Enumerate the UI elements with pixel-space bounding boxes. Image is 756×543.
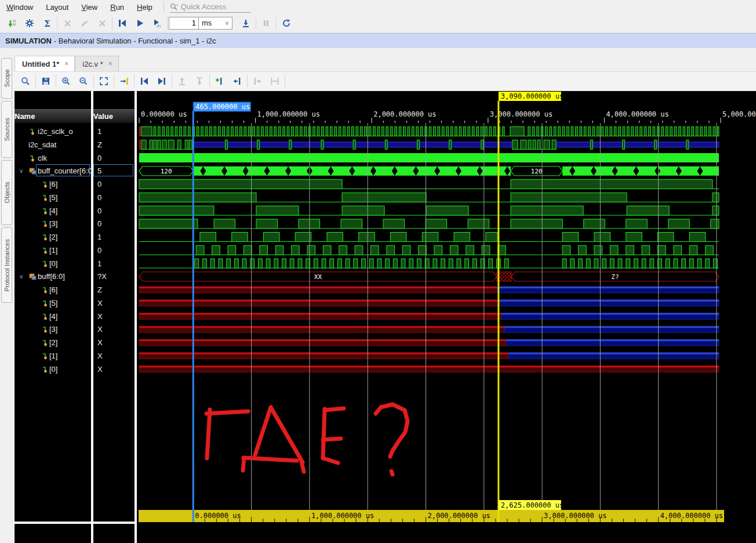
menu-layout[interactable]: Layout <box>39 1 75 13</box>
signal-name: [4] <box>49 312 57 321</box>
wave-prev-transition-button[interactable] <box>136 74 153 89</box>
svg-text:3,090.000000 us: 3,090.000000 us <box>501 92 564 100</box>
toolbar-settings-gear-button[interactable] <box>21 16 38 31</box>
signal-name: [3] <box>49 325 57 334</box>
svg-text:4,000.000000 us: 4,000.000000 us <box>606 110 668 118</box>
run-time-input[interactable] <box>169 17 199 30</box>
tab-label: Untitled 1* <box>22 60 59 68</box>
scalar-signal-icon <box>42 207 49 215</box>
chevron-down-icon[interactable]: ∨ <box>19 273 23 280</box>
sidebar-tab-objects[interactable]: Objects <box>1 160 12 225</box>
swap-up-icon <box>177 77 187 86</box>
signal-row-2[interactable]: [2] <box>14 336 91 349</box>
quick-access-search[interactable]: Quick Access <box>170 1 251 13</box>
next-marker-icon <box>253 77 262 86</box>
chevron-down-icon[interactable]: ∨ <box>19 168 23 174</box>
step-icon <box>241 19 250 28</box>
signal-row-5[interactable]: [5] <box>14 191 91 204</box>
toolbar-run-all-button[interactable] <box>131 16 148 31</box>
wave-zoom-out-button[interactable] <box>75 74 92 89</box>
signal-row-0[interactable]: [0] <box>14 363 91 376</box>
zoom-fit-icon <box>99 77 108 86</box>
signal-row-1[interactable]: [1] <box>14 349 91 363</box>
waveform-canvas[interactable]: 0.000000 us1,000.000000 us2,000.000000 u… <box>137 91 756 543</box>
signal-row-5[interactable]: [5] <box>14 296 91 310</box>
wave-zoom-in-button[interactable] <box>57 74 75 89</box>
scalar-signal-icon <box>42 339 49 346</box>
toolbar-radix-binary-button[interactable]: 0110 <box>3 16 21 31</box>
signal-value-1: 0 <box>93 244 135 257</box>
svg-text:2,000.000000 us: 2,000.000000 us <box>427 512 490 520</box>
menu-run[interactable]: Run <box>104 1 130 13</box>
wave-goto-time-button[interactable] <box>115 74 133 89</box>
signal-name-panel[interactable]: Name i2c_sclk_oi2c_sdatclk∨buff_counter[… <box>14 91 91 522</box>
signal-row-6[interactable]: [6] <box>14 178 91 191</box>
goto-time-icon <box>119 77 129 86</box>
signal-row-4[interactable]: [4] <box>14 310 91 323</box>
signal-row-buff_counter60[interactable]: ∨buff_counter[6:0] <box>14 164 91 178</box>
editor-tab-untitled1[interactable]: Untitled 1*× <box>14 56 75 71</box>
restart-icon <box>118 19 127 28</box>
menu-view[interactable]: View <box>75 1 104 13</box>
floating-ruler[interactable]: 0.000000 us1,000.000000 us2,000.000000 u… <box>139 510 724 522</box>
signal-row-4[interactable]: [4] <box>14 204 91 218</box>
toolbar-relaunch-button[interactable] <box>278 16 295 31</box>
wave-prev-marker-button[interactable] <box>228 74 246 89</box>
wave-next-transition-button[interactable] <box>153 74 170 89</box>
signal-value-text: 0 <box>97 246 101 255</box>
menu-help[interactable]: Help <box>130 1 159 13</box>
signal-row-3[interactable]: [3] <box>14 323 91 336</box>
chevron-down-icon: ∨ <box>225 20 229 26</box>
svg-text:1,000.000000 us: 1,000.000000 us <box>311 512 374 520</box>
toolbar-restart-button[interactable] <box>114 16 131 31</box>
signal-row-0[interactable]: [0] <box>14 257 91 270</box>
signal-row-6[interactable]: [6] <box>14 283 91 296</box>
wave-save-button[interactable] <box>37 74 54 89</box>
toolbar-run-for-time-button[interactable]: (T) <box>148 16 166 31</box>
sidebar-tab-sources[interactable]: Sources <box>1 101 12 158</box>
sum-sigma-icon: Σ <box>42 19 52 28</box>
wave-zoom-fit-button[interactable] <box>95 74 112 89</box>
scalar-signal-icon <box>42 325 49 333</box>
value-header-label: Value <box>93 112 113 121</box>
signal-row-2[interactable]: [2] <box>14 230 91 244</box>
signal-row-1[interactable]: [1] <box>14 244 91 257</box>
wave-add-marker-button[interactable] <box>211 74 228 89</box>
signal-value-panel[interactable]: Value 1Z050000101?XZXXXXXX <box>93 91 135 522</box>
signal-name: i2c_sdat <box>28 140 56 149</box>
signal-value-text: X <box>97 299 103 307</box>
waveform-svg[interactable]: 0.000000 us1,000.000000 us2,000.000000 u… <box>137 91 756 543</box>
signal-value-5: X <box>93 296 135 310</box>
signal-row-clk[interactable]: clk <box>14 151 91 165</box>
run-time-unit-select[interactable]: ms∨ <box>199 17 232 30</box>
signal-value-buff_counter60: 5 <box>93 164 135 178</box>
sidebar-tab-scope[interactable]: Scope <box>1 58 12 99</box>
svg-text:0.000000 us: 0.000000 us <box>195 512 241 520</box>
edit-pencil-icon <box>80 19 89 28</box>
name-column-header[interactable]: Name <box>14 109 91 123</box>
simulation-status-bar: SIMULATION - Behavioral Simulation - Fun… <box>0 33 756 48</box>
breakpoint-x-icon <box>63 19 72 28</box>
signal-row-3[interactable]: [3] <box>14 217 91 230</box>
signal-row-i2c_sclk_o[interactable]: i2c_sclk_o <box>14 125 91 138</box>
signal-name: [2] <box>49 338 57 347</box>
sidebar-tab-protocol-instances[interactable]: Protocol Instances <box>1 227 12 303</box>
wave-search-button[interactable] <box>17 74 34 89</box>
toolbar-sum-sigma-button[interactable]: Σ <box>38 16 56 31</box>
signal-name: [2] <box>49 233 57 241</box>
close-icon[interactable]: × <box>64 60 68 68</box>
editor-tab-i2c.v[interactable]: i2c.v *× <box>75 56 118 71</box>
scalar-signal-icon <box>42 299 49 307</box>
svg-text:(T): (T) <box>157 24 161 28</box>
value-column-header[interactable]: Value <box>93 109 135 123</box>
signal-row-i2c_sdat[interactable]: i2c_sdat <box>14 138 91 151</box>
signal-value-2: 1 <box>93 230 135 244</box>
main-toolbar: 0110Σ(T)ms∨ <box>0 14 756 32</box>
menu-window[interactable]: Window <box>0 1 39 13</box>
radix-binary-icon: 0110 <box>8 19 17 28</box>
toolbar-step-button[interactable] <box>237 16 255 31</box>
pause-icon <box>261 19 271 28</box>
signal-name: [5] <box>49 193 57 202</box>
signal-row-buff60[interactable]: ∨buff[6:0] <box>14 270 91 283</box>
close-icon[interactable]: × <box>108 60 112 68</box>
